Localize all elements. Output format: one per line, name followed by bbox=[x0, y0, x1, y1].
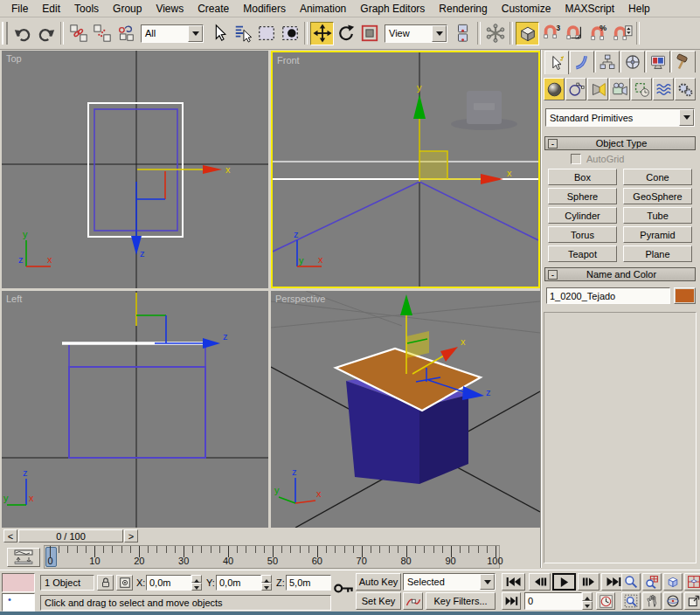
primitive-button[interactable]: Pyramid bbox=[623, 226, 692, 243]
menu-item[interactable]: Tools bbox=[68, 1, 105, 17]
pivot-center-icon[interactable] bbox=[451, 22, 475, 45]
pan-icon[interactable] bbox=[642, 592, 662, 610]
object-name-input[interactable]: 1_0200_Tejado bbox=[546, 287, 670, 304]
coord-x-spinner[interactable] bbox=[191, 575, 202, 591]
default-tangent-icon[interactable] bbox=[403, 592, 423, 610]
move-gizmo[interactable]: x z bbox=[131, 164, 231, 259]
snap-3d-icon[interactable]: 3 bbox=[539, 22, 563, 45]
previous-frame-icon[interactable] bbox=[529, 573, 551, 591]
angle-snap-icon[interactable] bbox=[563, 22, 586, 45]
timeline-ruler[interactable]: 0102030405060708090100 bbox=[44, 545, 500, 569]
primitive-button[interactable]: Sphere bbox=[548, 188, 617, 204]
mini-curve-editor-button[interactable] bbox=[7, 548, 40, 567]
maxscript-listener-script[interactable]: • bbox=[2, 593, 35, 612]
viewport-left-label[interactable]: Left bbox=[6, 294, 22, 304]
region-zoom-icon[interactable] bbox=[621, 592, 641, 610]
lock-selection-icon[interactable] bbox=[97, 575, 114, 591]
menu-item[interactable]: Edit bbox=[36, 1, 66, 17]
coord-x-field[interactable]: 0,0m bbox=[146, 575, 191, 591]
link-icon[interactable] bbox=[66, 22, 90, 45]
window-crossing-icon[interactable] bbox=[278, 22, 301, 45]
set-key-button[interactable]: Set Key bbox=[356, 592, 401, 610]
primitive-button[interactable]: GeoSphere bbox=[623, 188, 692, 204]
zoom-extents-icon[interactable] bbox=[663, 573, 683, 591]
motion-tab[interactable] bbox=[620, 51, 645, 73]
menu-item[interactable]: MAXScript bbox=[558, 1, 620, 17]
geometry-icon[interactable] bbox=[544, 78, 565, 100]
coord-y-spinner[interactable] bbox=[261, 575, 272, 591]
percent-snap-icon[interactable]: % bbox=[586, 22, 610, 45]
primitive-button[interactable]: Box bbox=[548, 169, 617, 185]
utilities-tab[interactable] bbox=[671, 51, 696, 73]
current-frame-field[interactable]: 0 bbox=[524, 592, 582, 610]
gizmo-x-arrow[interactable] bbox=[481, 174, 503, 184]
time-config-icon[interactable] bbox=[596, 592, 615, 610]
key-mode-icon[interactable] bbox=[502, 592, 521, 610]
object-type-rollout-header[interactable]: - Object Type bbox=[544, 136, 696, 150]
primitive-button[interactable]: Cone bbox=[623, 169, 692, 185]
collapse-icon[interactable]: - bbox=[548, 139, 558, 149]
spinner-snap-icon[interactable] bbox=[610, 22, 634, 45]
auto-key-button[interactable]: Auto Key bbox=[356, 573, 401, 591]
lights-icon[interactable] bbox=[587, 78, 608, 100]
rotate-icon[interactable] bbox=[334, 22, 357, 45]
undo-icon[interactable] bbox=[10, 22, 34, 45]
primitive-button[interactable]: Teapot bbox=[548, 245, 617, 262]
gizmo-z-arrow[interactable] bbox=[203, 338, 220, 349]
key-selection-dropdown[interactable]: Selected bbox=[403, 573, 496, 591]
min-max-toggle-icon[interactable] bbox=[684, 592, 700, 610]
gizmo-x-arrow[interactable] bbox=[440, 347, 458, 362]
bind-spacewarp-icon[interactable] bbox=[114, 22, 137, 45]
chevron-down-icon[interactable] bbox=[188, 25, 203, 42]
next-frame-icon[interactable] bbox=[578, 573, 600, 591]
chevron-down-icon[interactable] bbox=[480, 574, 495, 590]
viewport-top[interactable]: Top x z y z x bbox=[2, 51, 268, 288]
chevron-down-icon[interactable] bbox=[432, 25, 447, 42]
scale-icon[interactable] bbox=[357, 22, 381, 45]
primitive-button[interactable]: Plane bbox=[623, 245, 692, 262]
menu-item[interactable]: Modifiers bbox=[237, 1, 292, 17]
snap-toggle-icon[interactable] bbox=[516, 22, 539, 45]
primitive-button[interactable]: Cylinder bbox=[548, 207, 617, 224]
modify-tab[interactable] bbox=[570, 51, 594, 73]
key-icon[interactable] bbox=[334, 581, 355, 596]
category-dropdown[interactable]: Standard Primitives bbox=[545, 108, 695, 127]
name-color-rollout-header[interactable]: - Name and Color bbox=[544, 267, 696, 281]
zoom-all-icon[interactable] bbox=[642, 573, 662, 591]
key-filters-button[interactable]: Key Filters... bbox=[426, 592, 496, 610]
viewport-front[interactable]: Front y x bbox=[271, 51, 540, 288]
reference-coord-dropdown[interactable]: View bbox=[385, 24, 447, 43]
hierarchy-tab[interactable] bbox=[595, 51, 620, 73]
viewport-perspective[interactable]: Perspective x bbox=[271, 291, 540, 528]
primitive-button[interactable]: Tube bbox=[623, 207, 692, 224]
primitive-button[interactable]: Torus bbox=[548, 226, 617, 243]
chevron-down-icon[interactable] bbox=[679, 109, 694, 126]
unlink-icon[interactable] bbox=[90, 22, 114, 45]
spacewarps-icon[interactable] bbox=[653, 78, 674, 100]
menu-item[interactable]: Graph Editors bbox=[354, 1, 431, 17]
menu-item[interactable]: Rendering bbox=[433, 1, 493, 17]
shapes-icon[interactable] bbox=[565, 78, 586, 100]
go-to-start-icon[interactable] bbox=[502, 573, 525, 591]
select-icon[interactable] bbox=[207, 22, 231, 45]
display-tab[interactable] bbox=[646, 51, 670, 73]
create-tab[interactable] bbox=[544, 51, 569, 74]
box-wireframe[interactable] bbox=[69, 367, 205, 458]
menu-item[interactable]: Create bbox=[191, 1, 235, 17]
gizmo-y-arrow[interactable] bbox=[413, 94, 426, 119]
menu-item[interactable]: Animation bbox=[294, 1, 352, 17]
box-wireframe[interactable] bbox=[419, 182, 538, 240]
manipulate-icon[interactable] bbox=[483, 22, 507, 45]
helpers-icon[interactable] bbox=[631, 78, 652, 100]
transform-typein-icon[interactable] bbox=[116, 575, 133, 591]
menu-item[interactable]: Help bbox=[622, 1, 656, 17]
previous-key-button[interactable]: < bbox=[3, 529, 17, 542]
autogrid-checkbox[interactable] bbox=[571, 154, 581, 164]
systems-icon[interactable] bbox=[675, 78, 696, 100]
gizmo-x-arrow[interactable] bbox=[203, 165, 222, 174]
gizmo-y-arrow[interactable] bbox=[400, 294, 412, 315]
viewport-top-label[interactable]: Top bbox=[6, 53, 22, 64]
menu-item[interactable]: File bbox=[5, 1, 34, 17]
rect-selection-icon[interactable] bbox=[254, 22, 278, 45]
object-color-swatch[interactable] bbox=[674, 287, 696, 304]
